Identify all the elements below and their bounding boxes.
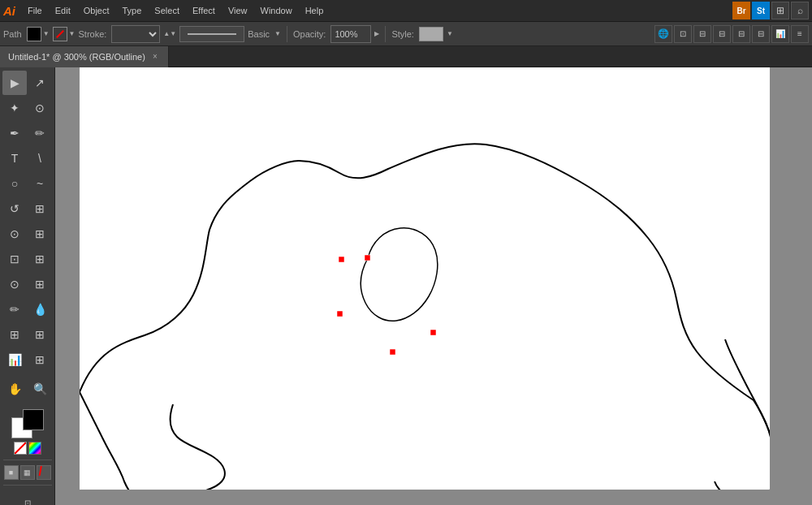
menu-edit[interactable]: Edit [50,4,76,17]
gradient-tool[interactable]: ✏ [2,297,27,322]
free-transform-tool[interactable]: ⊡ [2,247,27,271]
menu-type[interactable]: Type [117,4,148,17]
more-icon[interactable]: ≡ [791,25,809,43]
bridge-icons: Br St ⊞ ⌕ [732,2,809,19]
right-foot-path [715,339,770,490]
color-mode-row: ■ ▦ / [4,465,51,480]
document-tab[interactable]: Untitled-1* @ 300% (RGB/Outline) × [0,46,169,67]
grid-btn[interactable]: ⊞ [771,2,789,19]
tool-row-1: ▶ ↗ [2,71,52,95]
menu-help[interactable]: Help [300,4,330,17]
eyedropper-tool[interactable]: 💧 [28,297,52,322]
stroke-swatch[interactable] [53,27,67,41]
rotate-tool[interactable]: ↺ [2,196,27,221]
tool-separator-3 [3,460,52,460]
selected-oval-path [361,228,437,322]
lasso-tool[interactable]: ⊙ [28,96,52,120]
paintbrush-tool[interactable]: ~ [28,171,52,196]
artboard-tool[interactable]: ⊞ [28,347,52,372]
gradient-swatch[interactable] [28,442,41,455]
stroke-style-arrow[interactable]: ▼ [274,30,281,37]
screen-mode-btn[interactable]: ⊡ [15,490,40,505]
menu-view[interactable]: View [222,4,253,17]
menu-object[interactable]: Object [78,4,115,17]
toolbox: ▶ ↗ ✦ ⊙ ✒ ✏ T \ ○ ~ ↺ ⊞ ⊙ ⊞ ⊡ ⊞ [0,67,55,505]
stock-btn[interactable]: St [752,2,770,19]
stroke-width-arrow[interactable]: ▲▼ [163,30,176,37]
opacity-arrow[interactable]: ▶ [374,30,379,37]
search-btn[interactable]: ⌕ [791,2,809,19]
align-right-icon[interactable]: ⊟ [732,25,750,43]
graph-tool[interactable]: 📊 [2,347,27,372]
align-left-icon[interactable]: ⊟ [693,25,711,43]
opacity-label: Opacity: [293,29,326,39]
menu-window[interactable]: Window [255,4,298,17]
tool-row-6: ↺ ⊞ [2,196,52,221]
tool-row-2: ✦ ⊙ [2,96,52,120]
globe-icon[interactable]: 🌐 [654,25,672,43]
canvas-area[interactable] [55,67,812,505]
sep2 [385,26,386,42]
select-tool[interactable]: ▶ [2,71,27,95]
tab-bar: Untitled-1* @ 300% (RGB/Outline) × [0,46,812,67]
drawing-svg [80,67,770,490]
object-type-label: Path [3,29,22,39]
right-foot-partial [754,400,770,441]
tool-separator-4 [3,485,52,486]
tool-row-11: ⊞ ⊞ [2,322,52,347]
menu-effect[interactable]: Effect [187,4,221,17]
arrange-icon[interactable]: ⊡ [674,25,692,43]
magic-wand-tool[interactable]: ✦ [2,96,27,120]
pen-tool[interactable]: ✒ [2,121,27,145]
stroke-style-label: Basic [248,29,270,39]
screen-mode-row: ⊡ [15,490,40,505]
fill-dropdown-arrow[interactable]: ▼ [43,30,50,37]
align-center-icon[interactable]: ⊟ [713,25,731,43]
anchor-bottom [390,349,395,355]
menu-bar: Ai File Edit Object Type Select Effect V… [0,0,812,22]
anchor-top [365,255,370,261]
menu-file[interactable]: File [22,4,48,17]
opacity-input[interactable] [330,25,371,43]
color-mode-color[interactable]: ■ [4,465,19,480]
doc-tab-close[interactable]: × [150,52,160,62]
control-toolbar: Path ▼ ▼ Stroke: ▲▼ Basic ▼ Opacity: ▶ S… [0,22,812,46]
tool-row-5: ○ ~ [2,171,52,196]
symbol-tool[interactable]: ⊞ [28,322,52,347]
style-swatch[interactable] [419,27,443,41]
sep1 [287,26,287,42]
width-tool[interactable]: ⊞ [28,222,52,246]
direct-select-tool[interactable]: ↗ [28,71,52,95]
warp-tool[interactable]: ⊙ [2,222,27,246]
shape-builder-tool[interactable]: ⊞ [28,247,52,271]
none-swatch[interactable] [14,442,27,455]
color-mode-none[interactable]: / [37,465,51,480]
ellipse-tool[interactable]: ○ [2,171,27,196]
canvas [80,67,770,490]
bridge-btn[interactable]: Br [732,2,750,19]
line-tool[interactable]: \ [28,146,52,170]
anchor-top-left [339,257,344,262]
chart-icon[interactable]: 📊 [771,25,789,43]
text-tool[interactable]: T [2,146,27,170]
tool-row-9: ⊙ ⊞ [2,272,52,296]
menu-select[interactable]: Select [149,4,185,17]
hand-tool[interactable]: ✋ [2,377,27,401]
style-arrow[interactable]: ▼ [447,30,453,37]
perspective-tool[interactable]: ⊙ [2,272,27,296]
distribute-icon[interactable]: ⊟ [752,25,770,43]
stroke-style-preview[interactable] [179,26,244,42]
scale-tool[interactable]: ⊞ [28,196,52,221]
mesh-tool[interactable]: ⊞ [28,272,52,296]
fill-swatch[interactable] [27,27,41,41]
zoom-tool[interactable]: 🔍 [28,377,52,401]
anchor-left [337,311,343,317]
blend-tool[interactable]: ⊞ [2,322,27,347]
stroke-width-select[interactable] [111,25,160,43]
stroke-dropdown-arrow[interactable]: ▼ [69,30,76,37]
main-arch-path [80,144,754,400]
foreground-color-swatch[interactable] [23,409,44,430]
pencil-tool[interactable]: ✏ [28,121,52,145]
app-logo: Ai [3,4,15,18]
color-mode-gradient[interactable]: ▦ [20,465,35,480]
